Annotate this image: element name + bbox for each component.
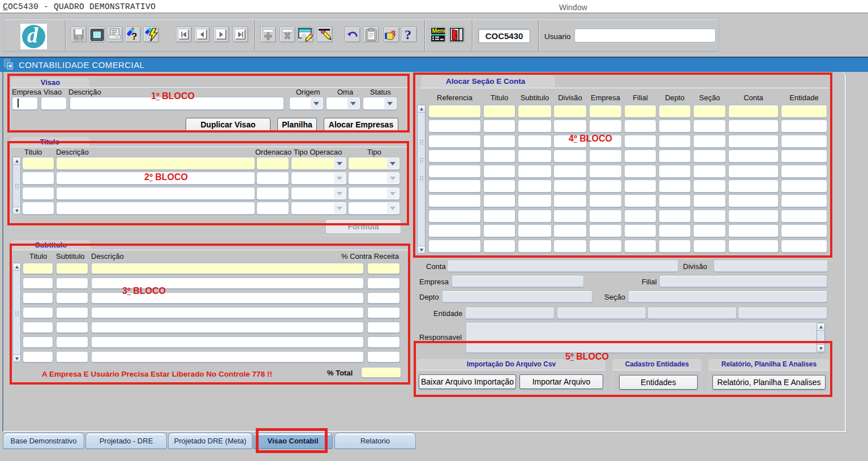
svg-text:?: ? xyxy=(405,27,411,42)
svg-text:?: ? xyxy=(131,31,137,42)
svg-text:d: d xyxy=(27,24,38,47)
svg-text:Menu: Menu xyxy=(432,27,446,34)
